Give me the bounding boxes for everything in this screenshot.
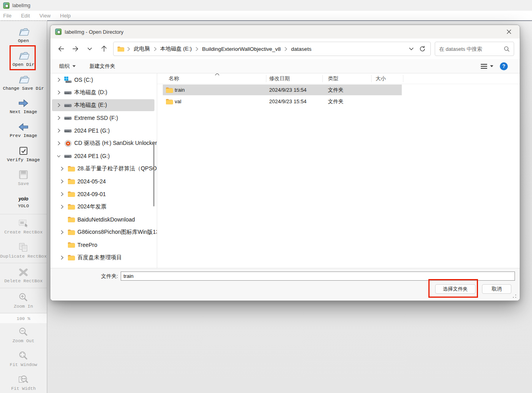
cancel-button[interactable]: 取消	[482, 284, 511, 294]
tree-item-label: 2024-05-24	[77, 178, 106, 185]
menu-item-view[interactable]: View	[39, 13, 50, 19]
chevron-right-icon[interactable]	[60, 230, 64, 234]
menu-item-file[interactable]: File	[3, 13, 12, 19]
drive-icon	[64, 114, 72, 122]
sidebar-item-change-save-dir[interactable]: Change Save Dir	[0, 71, 47, 94]
rectbox-icon	[18, 219, 29, 228]
back-icon[interactable]	[56, 44, 66, 54]
file-row[interactable]: train2024/9/23 15:54文件夹	[157, 84, 520, 96]
chevron-right-icon[interactable]	[60, 205, 64, 209]
resize-grip-icon[interactable]	[513, 294, 517, 298]
column-header-name[interactable]: 名称	[169, 75, 179, 82]
forward-icon[interactable]	[70, 44, 81, 54]
drive-icon	[64, 127, 72, 135]
chevron-right-icon[interactable]	[57, 129, 61, 133]
view-mode-button[interactable]	[480, 64, 493, 69]
file-date: 2024/9/23 15:54	[269, 84, 306, 96]
column-divider[interactable]	[322, 75, 323, 82]
sidebar-item-open-dir[interactable]: Open Dir	[0, 47, 47, 71]
breadcrumb-segment[interactable]: datasets	[288, 45, 314, 53]
new-folder-button[interactable]: 新建文件夹	[89, 63, 115, 70]
sidebar-item-label: Fit Window	[10, 362, 37, 367]
breadcrumb-segment[interactable]: 此电脑	[131, 44, 153, 54]
refresh-icon[interactable]	[419, 46, 426, 52]
sidebar-item-prev-image[interactable]: Prev Image	[0, 118, 47, 142]
tree-item-label: 2024 PE1 (G:)	[74, 153, 110, 159]
file-row[interactable]: val2024/9/23 15:54文件夹	[157, 96, 520, 107]
select-folder-button[interactable]: 选择文件夹	[435, 284, 476, 294]
column-header-type[interactable]: 类型	[328, 75, 338, 82]
tree-item-label: 28.基于量子粒子群算法（QPSO）优	[77, 165, 157, 172]
duplicate-icon	[18, 242, 29, 252]
breadcrumb-segment[interactable]: 本地磁盘 (E:)	[158, 44, 195, 54]
chevron-down-icon[interactable]	[57, 154, 61, 158]
sidebar-item-label: Zoom Out	[12, 338, 34, 343]
dock-handle[interactable]	[1, 20, 46, 23]
sidebar-item-next-image[interactable]: Next Image	[0, 94, 47, 118]
tree-item-label: 百度盘未整理项目	[77, 254, 122, 261]
search-input[interactable]	[439, 46, 504, 52]
chevron-right-icon[interactable]	[57, 91, 61, 94]
tree-item[interactable]: G86icons8Pichon图标库Win版135,	[50, 226, 157, 239]
folder-name-input[interactable]	[121, 272, 515, 281]
chevron-right-icon[interactable]	[57, 78, 61, 82]
sidebar-item-verify-image[interactable]: Verify Image	[0, 142, 47, 166]
sidebar-item-zoom-out: Zoom Out	[0, 323, 47, 347]
sidebar-item-duplicate-rectbox: Duplicate RectBox	[0, 239, 47, 262]
column-divider[interactable]	[371, 75, 372, 82]
chevron-right-icon[interactable]	[60, 167, 64, 171]
up-icon[interactable]	[99, 44, 109, 54]
sidebar-item-label: Change Save Dir	[3, 86, 44, 91]
tree-item[interactable]: 2024 PE1 (G:)	[50, 124, 157, 137]
yolo-text-icon: yolo	[19, 195, 29, 202]
chevron-right-icon[interactable]	[60, 256, 64, 260]
search-icon[interactable]	[504, 46, 510, 52]
sidebar-item-label: Delete RectBox	[4, 278, 43, 283]
tree-item[interactable]: 28.基于量子粒子群算法（QPSO）优	[50, 162, 157, 175]
dialog-toolbar: 组织 新建文件夹 ?	[50, 59, 520, 73]
recent-locations-icon[interactable]	[85, 44, 95, 54]
tree-item[interactable]: BaiduNetdiskDownload	[50, 213, 157, 226]
tree-item[interactable]: Extreme SSD (F:)	[50, 112, 157, 124]
column-divider[interactable]	[266, 75, 266, 82]
file-date: 2024/9/23 15:54	[269, 96, 306, 107]
sidebar-item-yolo-format[interactable]: yoloYOLO	[0, 190, 47, 214]
folder-icon	[67, 203, 75, 211]
tree-item[interactable]: CD 驱动器 (H:) SanDisk Unlocker	[50, 137, 157, 150]
arrow-left-icon	[18, 122, 29, 132]
address-dropdown-icon[interactable]	[409, 47, 414, 50]
tree-item-label: OS (C:)	[74, 77, 93, 83]
breadcrumb-segment[interactable]: BuildingExteriorWallObjective_v8	[199, 45, 283, 53]
tree-scrollbar-thumb[interactable]	[153, 143, 154, 206]
chevron-right-icon[interactable]	[57, 116, 61, 120]
menu-item-edit[interactable]: Edit	[21, 13, 30, 19]
chevron-right-icon[interactable]	[57, 141, 61, 145]
sidebar-item-zoom-in: Zoom In	[0, 289, 47, 312]
tree-item-label: 2024 PE1 (G:)	[74, 127, 110, 134]
tree-item[interactable]: 2024 PE1 (G:)	[50, 150, 157, 162]
open-directory-dialog: labelImg - Open Directory 此电脑本地磁盘 (E:)Bu…	[50, 25, 520, 301]
tree-item[interactable]: 2024年发票	[50, 200, 157, 213]
chevron-right-icon[interactable]	[60, 179, 64, 183]
tree-item[interactable]: 2024-05-24	[50, 175, 157, 188]
sidebar-item-open[interactable]: Open	[0, 23, 47, 47]
help-icon[interactable]: ?	[500, 62, 508, 70]
column-header-size[interactable]: 大小	[376, 75, 386, 82]
tree-item[interactable]: TreePro	[50, 239, 157, 251]
tree-item[interactable]: 本地磁盘 (E:)	[50, 99, 157, 112]
chevron-right-icon[interactable]	[57, 103, 61, 107]
menu-item-help[interactable]: Help	[60, 13, 71, 19]
tree-item[interactable]: 本地磁盘 (D:)	[50, 86, 157, 99]
close-icon[interactable]	[503, 27, 515, 37]
tree-item[interactable]: 2024-09-01	[50, 188, 157, 200]
column-divider[interactable]	[403, 75, 403, 82]
breadcrumb[interactable]: 此电脑本地磁盘 (E:)BuildingExteriorWallObjectiv…	[113, 42, 431, 56]
arrow-right-icon	[18, 98, 29, 108]
chevron-right-icon[interactable]	[60, 192, 64, 196]
tree-item[interactable]: 百度盘未整理项目	[50, 251, 157, 264]
tree-item[interactable]: OS (C:)	[50, 73, 157, 86]
dialog-titlebar[interactable]: labelImg - Open Directory	[50, 25, 520, 39]
organize-button[interactable]: 组织	[59, 63, 76, 70]
column-header-date[interactable]: 修改日期	[269, 75, 290, 82]
sidebar-item-label: Next Image	[10, 109, 37, 114]
